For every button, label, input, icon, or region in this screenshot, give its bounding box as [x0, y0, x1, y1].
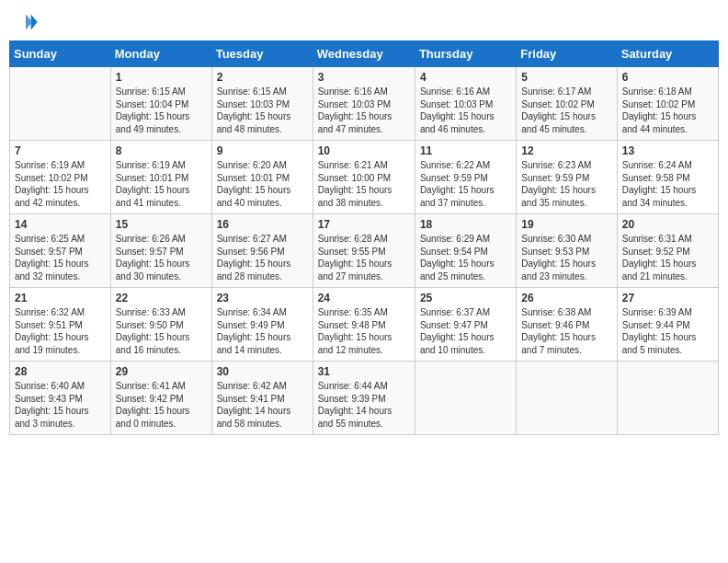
- day-number: 9: [217, 144, 308, 157]
- day-number: 27: [622, 292, 713, 304]
- day-info: Sunrise: 6:31 AMSunset: 9:52 PMDaylight:…: [622, 233, 713, 282]
- day-cell: 7Sunrise: 6:19 AMSunset: 10:02 PMDayligh…: [10, 141, 111, 214]
- day-info: Sunrise: 6:19 AMSunset: 10:02 PMDaylight…: [15, 159, 106, 209]
- week-row-3: 14Sunrise: 6:25 AMSunset: 9:57 PMDayligh…: [10, 214, 719, 288]
- day-info: Sunrise: 6:24 AMSunset: 9:58 PMDaylight:…: [622, 159, 713, 209]
- calendar-table: SundayMondayTuesdayWednesdayThursdayFrid…: [9, 40, 719, 435]
- day-number: 23: [217, 292, 308, 304]
- col-header-monday: Monday: [110, 41, 211, 67]
- day-cell: 21Sunrise: 6:32 AMSunset: 9:51 PMDayligh…: [10, 288, 111, 362]
- day-cell: [517, 362, 617, 435]
- day-number: 6: [622, 71, 713, 84]
- day-cell: 27Sunrise: 6:39 AMSunset: 9:44 PMDayligh…: [617, 288, 718, 362]
- day-number: 22: [116, 292, 207, 304]
- day-info: Sunrise: 6:38 AMSunset: 9:46 PMDaylight:…: [521, 306, 611, 356]
- day-number: 14: [15, 218, 106, 231]
- day-cell: 8Sunrise: 6:19 AMSunset: 10:01 PMDayligh…: [110, 141, 211, 214]
- day-cell: 23Sunrise: 6:34 AMSunset: 9:49 PMDayligh…: [211, 288, 313, 362]
- day-number: 12: [521, 144, 611, 157]
- day-cell: 18Sunrise: 6:29 AMSunset: 9:54 PMDayligh…: [415, 214, 516, 288]
- day-cell: 19Sunrise: 6:30 AMSunset: 9:53 PMDayligh…: [517, 214, 617, 288]
- day-info: Sunrise: 6:26 AMSunset: 9:57 PMDaylight:…: [116, 233, 207, 282]
- day-info: Sunrise: 6:25 AMSunset: 9:57 PMDaylight:…: [15, 233, 106, 282]
- day-number: 4: [420, 71, 511, 84]
- day-cell: 13Sunrise: 6:24 AMSunset: 9:58 PMDayligh…: [617, 141, 718, 214]
- day-cell: 5Sunrise: 6:17 AMSunset: 10:02 PMDayligh…: [517, 67, 617, 141]
- day-cell: 6Sunrise: 6:18 AMSunset: 10:02 PMDayligh…: [617, 67, 718, 141]
- day-cell: 22Sunrise: 6:33 AMSunset: 9:50 PMDayligh…: [110, 288, 211, 362]
- day-cell: [415, 362, 516, 435]
- day-info: Sunrise: 6:28 AMSunset: 9:55 PMDaylight:…: [318, 233, 410, 282]
- day-number: 30: [217, 365, 308, 378]
- day-info: Sunrise: 6:15 AMSunset: 10:03 PMDaylight…: [217, 86, 308, 135]
- day-cell: [617, 362, 718, 435]
- day-number: 3: [318, 71, 410, 84]
- day-number: 11: [420, 144, 511, 157]
- week-row-5: 28Sunrise: 6:40 AMSunset: 9:43 PMDayligh…: [10, 362, 719, 435]
- day-number: 26: [521, 292, 611, 304]
- logo-icon: [13, 9, 39, 35]
- day-cell: 25Sunrise: 6:37 AMSunset: 9:47 PMDayligh…: [415, 288, 516, 362]
- day-number: 1: [116, 71, 207, 84]
- day-info: Sunrise: 6:44 AMSunset: 9:39 PMDaylight:…: [318, 380, 410, 430]
- day-info: Sunrise: 6:33 AMSunset: 9:50 PMDaylight:…: [116, 306, 207, 356]
- day-number: 2: [217, 71, 308, 84]
- col-header-wednesday: Wednesday: [313, 41, 415, 67]
- col-header-sunday: Sunday: [10, 41, 111, 67]
- day-info: Sunrise: 6:42 AMSunset: 9:41 PMDaylight:…: [217, 380, 308, 430]
- day-info: Sunrise: 6:41 AMSunset: 9:42 PMDaylight:…: [116, 380, 207, 430]
- week-row-4: 21Sunrise: 6:32 AMSunset: 9:51 PMDayligh…: [10, 288, 719, 362]
- day-info: Sunrise: 6:17 AMSunset: 10:02 PMDaylight…: [521, 86, 611, 135]
- day-info: Sunrise: 6:22 AMSunset: 9:59 PMDaylight:…: [420, 159, 511, 209]
- col-header-saturday: Saturday: [617, 41, 718, 67]
- day-info: Sunrise: 6:16 AMSunset: 10:03 PMDaylight…: [420, 86, 511, 135]
- day-info: Sunrise: 6:40 AMSunset: 9:43 PMDaylight:…: [15, 380, 106, 430]
- day-info: Sunrise: 6:30 AMSunset: 9:53 PMDaylight:…: [521, 233, 611, 282]
- day-cell: 10Sunrise: 6:21 AMSunset: 10:00 PMDaylig…: [313, 141, 415, 214]
- page-header: [9, 9, 719, 35]
- day-number: 29: [116, 365, 207, 378]
- day-cell: 1Sunrise: 6:15 AMSunset: 10:04 PMDayligh…: [110, 67, 211, 141]
- day-number: 17: [318, 218, 410, 231]
- col-header-friday: Friday: [517, 41, 617, 67]
- day-cell: 28Sunrise: 6:40 AMSunset: 9:43 PMDayligh…: [10, 362, 111, 435]
- day-info: Sunrise: 6:21 AMSunset: 10:00 PMDaylight…: [318, 159, 410, 209]
- day-info: Sunrise: 6:37 AMSunset: 9:47 PMDaylight:…: [420, 306, 511, 356]
- day-cell: 30Sunrise: 6:42 AMSunset: 9:41 PMDayligh…: [211, 362, 313, 435]
- day-number: 7: [15, 144, 106, 157]
- day-number: 13: [622, 144, 713, 157]
- day-number: 21: [15, 292, 106, 304]
- day-cell: 15Sunrise: 6:26 AMSunset: 9:57 PMDayligh…: [110, 214, 211, 288]
- day-cell: 9Sunrise: 6:20 AMSunset: 10:01 PMDayligh…: [211, 141, 313, 214]
- day-info: Sunrise: 6:29 AMSunset: 9:54 PMDaylight:…: [420, 233, 511, 282]
- day-number: 10: [318, 144, 410, 157]
- day-info: Sunrise: 6:32 AMSunset: 9:51 PMDaylight:…: [15, 306, 106, 356]
- day-info: Sunrise: 6:23 AMSunset: 9:59 PMDaylight:…: [521, 159, 611, 209]
- day-cell: 4Sunrise: 6:16 AMSunset: 10:03 PMDayligh…: [415, 67, 516, 141]
- col-header-thursday: Thursday: [415, 41, 516, 67]
- day-cell: 14Sunrise: 6:25 AMSunset: 9:57 PMDayligh…: [10, 214, 111, 288]
- week-row-1: 1Sunrise: 6:15 AMSunset: 10:04 PMDayligh…: [10, 67, 719, 141]
- day-cell: 12Sunrise: 6:23 AMSunset: 9:59 PMDayligh…: [517, 141, 617, 214]
- day-info: Sunrise: 6:15 AMSunset: 10:04 PMDaylight…: [116, 86, 207, 135]
- day-info: Sunrise: 6:39 AMSunset: 9:44 PMDaylight:…: [622, 306, 713, 356]
- day-cell: 24Sunrise: 6:35 AMSunset: 9:48 PMDayligh…: [313, 288, 415, 362]
- header-row: SundayMondayTuesdayWednesdayThursdayFrid…: [10, 41, 719, 67]
- week-row-2: 7Sunrise: 6:19 AMSunset: 10:02 PMDayligh…: [10, 141, 719, 214]
- day-cell: 31Sunrise: 6:44 AMSunset: 9:39 PMDayligh…: [313, 362, 415, 435]
- day-cell: 3Sunrise: 6:16 AMSunset: 10:03 PMDayligh…: [313, 67, 415, 141]
- col-header-tuesday: Tuesday: [211, 41, 313, 67]
- day-number: 24: [318, 292, 410, 304]
- day-cell: 29Sunrise: 6:41 AMSunset: 9:42 PMDayligh…: [110, 362, 211, 435]
- day-cell: 17Sunrise: 6:28 AMSunset: 9:55 PMDayligh…: [313, 214, 415, 288]
- day-info: Sunrise: 6:34 AMSunset: 9:49 PMDaylight:…: [217, 306, 308, 356]
- day-number: 28: [15, 365, 106, 378]
- day-info: Sunrise: 6:19 AMSunset: 10:01 PMDaylight…: [116, 159, 207, 209]
- day-number: 19: [521, 218, 611, 231]
- day-info: Sunrise: 6:16 AMSunset: 10:03 PMDaylight…: [318, 86, 410, 135]
- day-number: 20: [622, 218, 713, 231]
- day-cell: 11Sunrise: 6:22 AMSunset: 9:59 PMDayligh…: [415, 141, 516, 214]
- day-info: Sunrise: 6:20 AMSunset: 10:01 PMDaylight…: [217, 159, 308, 209]
- day-info: Sunrise: 6:27 AMSunset: 9:56 PMDaylight:…: [217, 233, 308, 282]
- day-number: 25: [420, 292, 511, 304]
